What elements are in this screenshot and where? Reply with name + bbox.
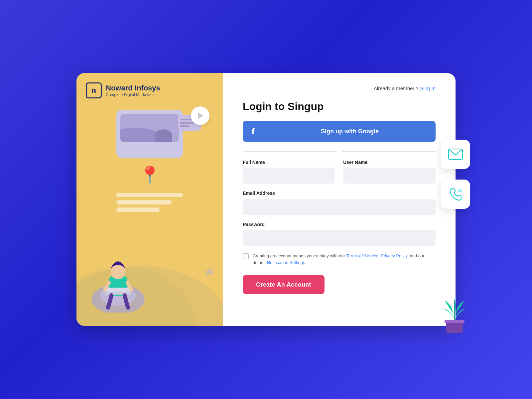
content-lines — [116, 193, 183, 212]
user-name-group: User Name — [343, 160, 436, 184]
play-icon — [198, 112, 203, 119]
phone-icon — [449, 188, 462, 201]
password-group: Password — [243, 221, 436, 246]
divider-line-right — [342, 151, 436, 152]
email-group: Email Address — [243, 190, 436, 215]
user-name-input[interactable] — [343, 168, 436, 184]
create-account-button[interactable]: Create An Account — [243, 275, 325, 294]
password-label: Password — [243, 222, 265, 227]
social-signup-button[interactable]: f Sign up with Google — [243, 121, 436, 142]
svg-point-6 — [111, 265, 125, 279]
terms-text: Creating an account means you're okay wi… — [253, 253, 436, 266]
terms-checkbox[interactable] — [243, 253, 249, 259]
play-button[interactable] — [191, 106, 209, 125]
person-illustration — [80, 236, 156, 313]
divider — [243, 151, 436, 152]
form-title: Login to Singup — [243, 100, 436, 113]
terms-link[interactable]: Terms of Service, Privacy Policy, — [346, 253, 409, 258]
plant-decoration — [436, 291, 473, 334]
full-name-group: Full Name — [243, 160, 335, 184]
email-floating-card — [441, 140, 470, 169]
svg-rect-4 — [105, 292, 131, 295]
divider-line-left — [243, 151, 336, 152]
location-pin-icon: 📍 — [139, 166, 161, 184]
password-input[interactable] — [243, 230, 436, 246]
full-name-input[interactable] — [243, 168, 335, 184]
terms-checkbox-area: Creating an account means you're okay wi… — [243, 253, 436, 266]
plant-svg — [436, 291, 473, 334]
phone-illustration — [116, 110, 183, 158]
social-button-label: Sign up with Google — [264, 128, 436, 135]
notification-link[interactable]: Notification Settings. — [267, 260, 307, 265]
logo-text-area: Noward Infosys Complete Digital Marketin… — [106, 84, 160, 97]
phone-floating-card — [441, 180, 470, 209]
email-input[interactable] — [243, 199, 436, 215]
left-panel: n Noward Infosys Complete Digital Market… — [76, 73, 223, 326]
logo-area: n Noward Infosys Complete Digital Market… — [76, 73, 223, 98]
right-panel: Already a member ? Sing In Login to Sing… — [223, 73, 456, 326]
facebook-icon: f — [243, 121, 264, 142]
sign-in-link[interactable]: Sing In — [420, 85, 436, 91]
logo-subtitle: Complete Digital Marketing — [106, 92, 160, 97]
svg-rect-5 — [106, 288, 130, 292]
user-name-label: User Name — [343, 160, 436, 165]
logo-title: Noward Infosys — [106, 84, 160, 92]
email-icon — [448, 149, 463, 160]
email-label: Email Address — [243, 191, 275, 196]
logo-icon: n — [86, 82, 102, 98]
top-bar: Already a member ? Sing In — [243, 85, 436, 91]
main-card: n Noward Infosys Complete Digital Market… — [76, 73, 456, 326]
full-name-label: Full Name — [243, 160, 335, 165]
name-row: Full Name User Name — [243, 160, 436, 184]
already-member-text: Already a member ? — [374, 85, 419, 91]
